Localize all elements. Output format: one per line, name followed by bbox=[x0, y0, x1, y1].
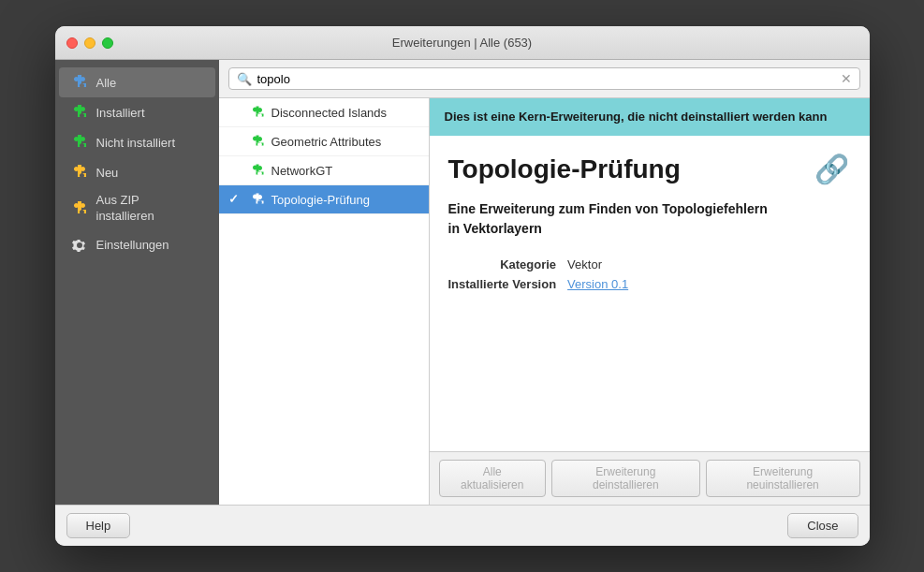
close-traffic-light[interactable] bbox=[66, 37, 78, 49]
plugin-puzzle-icon-4 bbox=[250, 192, 265, 207]
help-button[interactable]: Help bbox=[66, 513, 131, 538]
sidebar-label-nicht-installiert: Nicht installiert bbox=[96, 136, 176, 150]
plugin-main-title: Topologie-Prüfung bbox=[448, 154, 681, 184]
plugin-description: Eine Erweiterung zum Finden von Topologi… bbox=[448, 199, 851, 239]
footer-bar: Help Close bbox=[55, 505, 870, 546]
plugin-logo: 🔗 bbox=[814, 151, 851, 188]
sidebar-label-einstellungen: Einstellungen bbox=[96, 238, 169, 252]
maximize-traffic-light[interactable] bbox=[102, 37, 113, 49]
plugin-label-disconnected: Disconnected Islands bbox=[271, 106, 388, 120]
puzzle-alle-icon bbox=[70, 73, 89, 92]
sidebar-label-neu: Neu bbox=[96, 166, 119, 180]
sidebar-item-nicht-installiert[interactable]: Nicht installiert bbox=[59, 127, 215, 157]
plugin-label-topologie: Topologie-Prüfung bbox=[271, 193, 371, 207]
gear-icon bbox=[70, 236, 89, 255]
version-label: Installierte Version bbox=[448, 277, 557, 291]
main-window: Erweiterungen | Alle (653) Alle bbox=[55, 26, 870, 546]
plugin-puzzle-icon-3 bbox=[250, 163, 265, 178]
main-layout: Alle Installiert bbox=[55, 60, 870, 505]
search-input[interactable] bbox=[257, 72, 835, 86]
version-value[interactable]: Version 0.1 bbox=[567, 277, 850, 291]
erweiterung-neuinstallieren-button[interactable]: Erweiterung neuinstallieren bbox=[706, 460, 860, 497]
puzzle-zip-icon bbox=[70, 199, 89, 218]
plugin-item-geometric-attributes[interactable]: ✓ Geometric Attributes bbox=[219, 127, 429, 156]
sidebar-label-installiert: Installiert bbox=[96, 106, 145, 120]
sidebar-item-aus-zip[interactable]: Aus ZIPinstallieren bbox=[59, 187, 215, 230]
detail-content: Topologie-Prüfung 🔗 Eine Erweiterung zum… bbox=[430, 136, 870, 452]
sidebar-item-einstellungen[interactable]: Einstellungen bbox=[59, 230, 215, 260]
core-warning-banner: Dies ist eine Kern-Erweiterung, die nich… bbox=[430, 98, 870, 136]
detail-panel: Dies ist eine Kern-Erweiterung, die nich… bbox=[430, 98, 870, 505]
traffic-lights bbox=[66, 37, 113, 49]
kategorie-value: Vektor bbox=[567, 257, 850, 271]
puzzle-installiert-icon bbox=[70, 103, 89, 122]
sidebar-item-neu[interactable]: Neu bbox=[59, 157, 215, 187]
sidebar-label-alle: Alle bbox=[96, 76, 117, 90]
plugin-puzzle-icon-2 bbox=[250, 134, 265, 149]
puzzle-nicht-installiert-icon bbox=[70, 133, 89, 152]
split-area: ✓ Disconnected Islands ✓ bbox=[219, 98, 870, 505]
check-topologie: ✓ bbox=[228, 192, 243, 207]
sidebar-item-alle[interactable]: Alle bbox=[59, 67, 215, 97]
action-buttons-bar: Alle aktualisieren Erweiterung deinstall… bbox=[430, 451, 870, 505]
search-clear-button[interactable]: ✕ bbox=[841, 71, 852, 86]
search-bar: 🔍 ✕ bbox=[219, 60, 870, 98]
titlebar: Erweiterungen | Alle (653) bbox=[55, 26, 870, 60]
plugin-title-row: Topologie-Prüfung 🔗 bbox=[448, 151, 851, 188]
alle-aktualisieren-button[interactable]: Alle aktualisieren bbox=[439, 460, 547, 497]
close-button[interactable]: Close bbox=[787, 513, 858, 538]
sidebar-label-aus-zip: Aus ZIPinstallieren bbox=[96, 193, 154, 225]
puzzle-neu-icon bbox=[70, 163, 89, 182]
plugin-meta: Kategorie Vektor Installierte Version Ve… bbox=[448, 257, 851, 291]
content-area: 🔍 ✕ ✓ Disconnected Islands bbox=[219, 60, 870, 505]
erweiterung-deinstallieren-button[interactable]: Erweiterung deinstallieren bbox=[551, 460, 700, 497]
plugin-list: ✓ Disconnected Islands ✓ bbox=[219, 98, 430, 505]
plugin-puzzle-icon bbox=[250, 105, 265, 120]
sidebar-item-installiert[interactable]: Installiert bbox=[59, 97, 215, 127]
plugin-item-disconnected-islands[interactable]: ✓ Disconnected Islands bbox=[219, 98, 429, 127]
plugin-item-networkgt[interactable]: ✓ NetworkGT bbox=[219, 156, 429, 185]
plugin-label-geometric: Geometric Attributes bbox=[271, 135, 382, 149]
window-title: Erweiterungen | Alle (653) bbox=[392, 36, 532, 50]
core-warning-text: Dies ist eine Kern-Erweiterung, die nich… bbox=[445, 110, 828, 124]
sidebar: Alle Installiert bbox=[55, 60, 219, 505]
plugin-item-topologie-prufung[interactable]: ✓ Topologie-Prüfung bbox=[219, 185, 429, 214]
kategorie-label: Kategorie bbox=[448, 257, 557, 271]
minimize-traffic-light[interactable] bbox=[84, 37, 95, 49]
plugin-label-networkgt: NetworkGT bbox=[271, 164, 333, 178]
search-icon: 🔍 bbox=[237, 72, 252, 86]
search-wrapper: 🔍 ✕ bbox=[228, 67, 860, 90]
